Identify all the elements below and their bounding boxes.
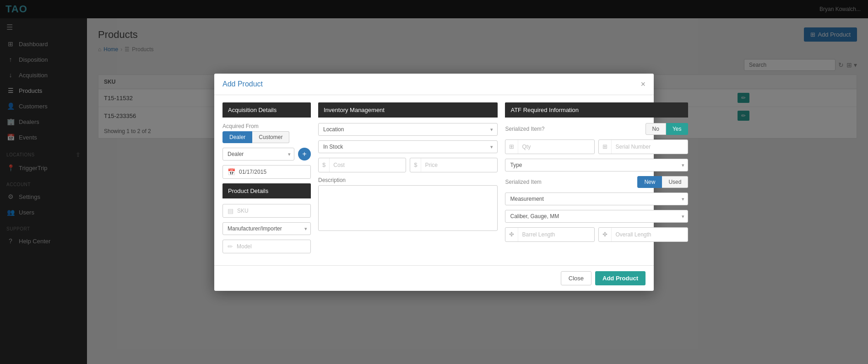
location-group: Location xyxy=(318,123,498,136)
location-select-wrapper: Location xyxy=(318,123,498,136)
barrel-icon: ✤ xyxy=(505,228,518,241)
cost-dollar-icon: $ xyxy=(319,158,330,172)
manufacturer-select[interactable]: Manufacturer/Importer xyxy=(222,222,311,235)
overall-icon: ✤ xyxy=(599,228,612,241)
sku-icon: ▤ xyxy=(228,207,233,214)
barrel-input[interactable] xyxy=(518,229,594,240)
inventory-section-header: Inventory Management xyxy=(318,102,498,118)
status-select[interactable]: In Stock xyxy=(318,140,498,153)
measurement-select[interactable]: Measurement xyxy=(505,193,688,205)
modal-header: Add Product × xyxy=(214,74,654,95)
dealer-toggle-btn[interactable]: Dealer xyxy=(222,131,252,143)
measurement-select-wrapper: Measurement xyxy=(505,193,688,205)
acquisition-column: Acquisition Details Acquired From Dealer… xyxy=(222,102,311,258)
date-value: 01/17/2015 xyxy=(239,169,266,175)
model-group: ✏ xyxy=(222,240,311,253)
dealer-select-wrapper: Dealer xyxy=(222,148,294,161)
model-input-row: ✏ xyxy=(222,240,311,253)
date-group: 📅 01/17/2015 xyxy=(222,165,311,179)
calendar-icon: 📅 xyxy=(228,168,235,176)
cost-input-group: $ xyxy=(318,158,406,172)
price-input-group: $ xyxy=(410,158,498,172)
add-product-modal: Add Product × Acquisition Details Acquir… xyxy=(214,74,654,291)
modal-overlay: Add Product × Acquisition Details Acquir… xyxy=(87,0,868,364)
modal-title: Add Product xyxy=(222,80,263,88)
description-group: Description xyxy=(318,177,498,232)
product-section-header: Product Details xyxy=(222,183,311,198)
model-icon: ✏ xyxy=(228,243,233,250)
caliber-group: Caliber, Gauge, MM xyxy=(505,210,688,223)
caliber-select[interactable]: Caliber, Gauge, MM xyxy=(505,210,688,223)
qty-input-group: ⊞ xyxy=(505,139,595,154)
dealer-select-group: Dealer + xyxy=(222,148,311,161)
inventory-column: Inventory Management Location In Stock xyxy=(318,102,498,258)
overall-input-group: ✤ xyxy=(598,227,688,242)
atf-column: ATF Required Information Serialized Item… xyxy=(505,102,688,258)
price-dollar-icon: $ xyxy=(410,158,421,172)
sku-input[interactable] xyxy=(237,208,306,214)
add-dealer-button[interactable]: + xyxy=(298,148,311,161)
price-input[interactable] xyxy=(421,160,497,171)
barrel-input-group: ✤ xyxy=(505,227,595,242)
cost-input[interactable] xyxy=(330,160,406,171)
customer-toggle-btn[interactable]: Customer xyxy=(252,131,289,143)
used-toggle-btn[interactable]: Used xyxy=(662,176,688,188)
barrel-overall-row: ✤ ✤ xyxy=(505,227,688,242)
manufacturer-group: Manufacturer/Importer xyxy=(222,222,311,235)
acquired-from-group: Acquired From Dealer Customer xyxy=(222,123,311,143)
atf-section-header: ATF Required Information xyxy=(505,102,688,118)
new-used-toggle: New Used xyxy=(637,176,688,188)
status-group: In Stock xyxy=(318,140,498,153)
acquisition-section-header: Acquisition Details xyxy=(222,102,311,118)
status-select-wrapper: In Stock xyxy=(318,140,498,153)
measurement-group: Measurement xyxy=(505,193,688,205)
serial-icon: ⊞ xyxy=(599,140,612,154)
sku-group: ▤ xyxy=(222,204,311,218)
modal-close-button[interactable]: × xyxy=(640,80,646,88)
serial-input[interactable] xyxy=(612,141,688,152)
serialized-row: Serialized Item? No Yes xyxy=(505,123,688,135)
type-group: Type xyxy=(505,159,688,171)
date-picker[interactable]: 📅 01/17/2015 xyxy=(222,165,311,179)
serial-item-label: Serialized Item xyxy=(505,179,541,185)
description-textarea[interactable] xyxy=(318,185,498,231)
description-label: Description xyxy=(318,177,498,183)
manufacturer-select-wrapper: Manufacturer/Importer xyxy=(222,222,311,235)
new-toggle-btn[interactable]: New xyxy=(637,176,662,188)
yes-toggle-btn[interactable]: Yes xyxy=(666,123,689,135)
dealer-select[interactable]: Dealer xyxy=(222,148,294,161)
serialized-label: Serialized Item? xyxy=(505,126,544,132)
type-select-wrapper: Type xyxy=(505,159,688,171)
location-select[interactable]: Location xyxy=(318,123,498,136)
main-content: Bryan Kowalch... Products ⊞ Add Product … xyxy=(87,0,868,364)
qty-icon: ⊞ xyxy=(505,140,518,154)
close-button[interactable]: Close xyxy=(561,271,591,285)
acquired-from-toggle: Dealer Customer xyxy=(222,131,311,143)
serial-input-group: ⊞ xyxy=(598,139,688,154)
serialized-toggle: No Yes xyxy=(646,123,689,135)
serial-item-row: Serialized Item New Used xyxy=(505,176,688,188)
type-select[interactable]: Type xyxy=(505,159,688,171)
overall-input[interactable] xyxy=(612,229,688,240)
cost-price-row: $ $ xyxy=(318,158,498,172)
modal-footer: Close Add Product xyxy=(214,265,654,291)
add-product-button[interactable]: Add Product xyxy=(595,271,646,285)
caliber-select-wrapper: Caliber, Gauge, MM xyxy=(505,210,688,223)
qty-input[interactable] xyxy=(518,141,594,152)
acquired-from-label: Acquired From xyxy=(222,123,311,129)
model-input[interactable] xyxy=(237,243,306,250)
no-toggle-btn[interactable]: No xyxy=(646,123,666,135)
sku-input-row: ▤ xyxy=(222,204,311,218)
qty-serial-row: ⊞ ⊞ xyxy=(505,139,688,154)
modal-body: Acquisition Details Acquired From Dealer… xyxy=(214,95,654,265)
